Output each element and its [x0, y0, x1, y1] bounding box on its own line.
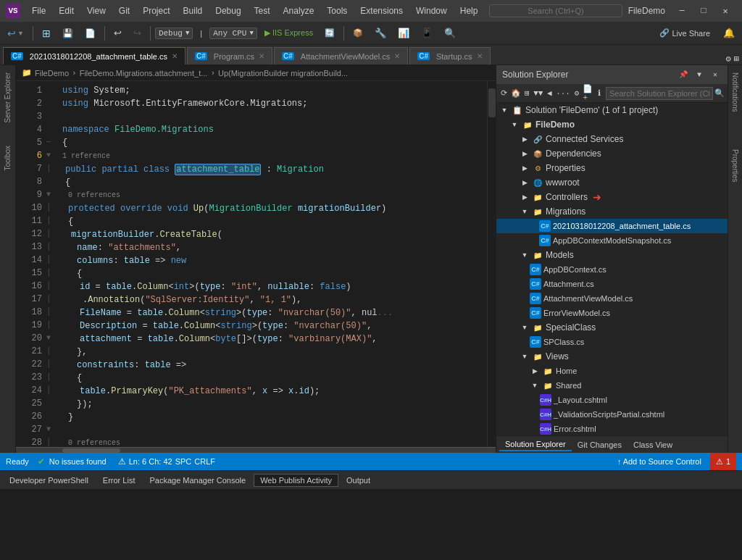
minimize-button[interactable]: ─: [671, 0, 693, 22]
tab-viewmodel-close[interactable]: ✕: [394, 52, 400, 60]
toolbar-icons7[interactable]: 📱: [417, 26, 437, 40]
menu-edit[interactable]: Edit: [53, 4, 80, 18]
menu-test[interactable]: Test: [249, 4, 276, 18]
refresh-button[interactable]: 🔄: [320, 27, 339, 39]
editor-hscrollbar[interactable]: [16, 447, 496, 453]
tree-wwwroot[interactable]: ▶ 🌐 wwwroot: [496, 175, 728, 190]
tree-connected-services[interactable]: ▶ 🔗 Connected Services: [496, 132, 728, 146]
se-props-button[interactable]: ℹ: [594, 86, 604, 101]
se-sync-button[interactable]: ⟳: [499, 86, 509, 101]
tree-migrations[interactable]: ▼ 📁 Migrations: [496, 204, 728, 219]
menu-view[interactable]: View: [81, 4, 112, 18]
se-tab-git-changes[interactable]: Git Changes: [572, 439, 628, 451]
se-pin-button[interactable]: 📌: [677, 68, 690, 81]
tree-properties[interactable]: ▶ ⚙ Properties: [496, 161, 728, 175]
se-search-input[interactable]: [606, 87, 713, 100]
debug-config-dropdown[interactable]: Debug ▼: [155, 28, 193, 39]
se-filter-button[interactable]: ⊞: [522, 86, 533, 101]
redo-button[interactable]: ↪: [129, 26, 146, 40]
tree-migration-file[interactable]: C# 20210318012208_attachment_table.cs: [496, 219, 728, 233]
tree-dependencies[interactable]: ▶ 📦 Dependencies: [496, 146, 728, 161]
menu-tools[interactable]: Tools: [321, 4, 353, 18]
bottom-tab-web-publish[interactable]: Web Publish Activity: [254, 474, 338, 487]
tree-attachmentviewmodel[interactable]: C# AttachmentViewModel.cs: [496, 291, 728, 306]
toolbar-icons5[interactable]: 🔧: [370, 26, 391, 40]
tree-attachment[interactable]: C# Attachment.cs: [496, 277, 728, 291]
se-close-button[interactable]: ✕: [709, 68, 722, 81]
tree-home[interactable]: ▶ 📁 Home: [496, 364, 728, 378]
undo-button[interactable]: ↩: [109, 26, 126, 40]
tab-close-button[interactable]: ✕: [172, 52, 178, 60]
breadcrumb-part3[interactable]: Up(MigrationBuilder migrationBuild...: [218, 69, 348, 78]
run-button[interactable]: ▶ IIS Express: [260, 27, 317, 39]
breadcrumb-part2[interactable]: FileDemo.Migrations.attachment_t...: [80, 69, 208, 78]
se-chevron-button[interactable]: ▼: [693, 68, 706, 81]
bottom-tab-error-list[interactable]: Error List: [96, 474, 142, 487]
bottom-tab-output[interactable]: Output: [340, 474, 377, 487]
bottom-tab-developer-powershell[interactable]: Developer PowerShell: [3, 474, 95, 487]
menu-extensions[interactable]: Extensions: [354, 4, 409, 18]
menu-git[interactable]: Git: [113, 4, 136, 18]
menu-build[interactable]: Build: [178, 4, 209, 18]
tab-migration-file[interactable]: C# 20210318012208_attachment_table.cs ✕: [3, 47, 186, 64]
tree-views[interactable]: ▼ 📁 Views: [496, 349, 728, 364]
tree-models[interactable]: ▼ 📁 Models: [496, 248, 728, 262]
tree-errorviewmodel[interactable]: C# ErrorViewModel.cs: [496, 306, 728, 320]
notifications-button[interactable]: 🔔: [719, 26, 739, 40]
global-search-input[interactable]: [489, 4, 622, 17]
maximize-button[interactable]: □: [693, 0, 714, 22]
menu-project[interactable]: Project: [137, 4, 175, 18]
live-share-button[interactable]: 🔗 Live Share: [655, 27, 714, 39]
tree-appdbcontext[interactable]: C# AppDBContext.cs: [496, 262, 728, 277]
breadcrumb-part1[interactable]: FileDemo: [35, 69, 69, 78]
editor-scrollbar[interactable]: [487, 81, 496, 447]
se-tab-solution-explorer[interactable]: Solution Explorer: [499, 438, 572, 451]
toolbar-icons8[interactable]: 🔍: [440, 26, 460, 40]
add-to-source-control[interactable]: ↑ Add to Source Control: [617, 457, 701, 466]
code-editor[interactable]: 12345 678910 1112131415 1617181920 21222…: [16, 81, 496, 447]
se-tab-class-view[interactable]: Class View: [628, 439, 678, 451]
toolbar-icons6[interactable]: 📊: [393, 26, 414, 40]
server-explorer-tab[interactable]: Server Explorer: [1, 68, 14, 127]
menu-file[interactable]: File: [26, 4, 51, 18]
tree-project[interactable]: ▼ 📁 FileDemo: [496, 117, 728, 132]
scrollbar-thumb[interactable]: [62, 448, 120, 453]
toolbar-icon-group[interactable]: ↩ ▼: [3, 26, 28, 41]
se-dots-button[interactable]: ···: [556, 86, 570, 101]
tree-controllers[interactable]: ▶ 📁 Controllers ➜: [496, 190, 728, 204]
se-collapse-button[interactable]: ◀: [545, 86, 555, 101]
properties-tab[interactable]: Properties: [729, 145, 741, 187]
se-home-button[interactable]: 🏠: [511, 86, 521, 101]
se-new-item-button[interactable]: 📄+: [583, 86, 593, 101]
tab-viewmodel[interactable]: C# AttachmentViewModel.cs ✕: [274, 47, 408, 64]
tab-startup[interactable]: C# Startup.cs ✕: [409, 47, 490, 64]
tab-split-button[interactable]: ⊞: [734, 54, 739, 64]
se-search-icon[interactable]: 🔍: [714, 86, 725, 101]
menu-analyze[interactable]: Analyze: [278, 4, 320, 18]
code-text[interactable]: using System; using Microsoft.EntityFram…: [57, 81, 487, 447]
platform-dropdown[interactable]: Any CPU ▼: [209, 28, 257, 39]
toolbar-icons3[interactable]: 📄: [80, 27, 100, 40]
tree-error-cshtml[interactable]: C#H Error.cshtml: [496, 422, 728, 435]
se-tree[interactable]: ▼ 📋 Solution 'FileDemo' (1 of 1 project)…: [496, 103, 728, 435]
tree-shared[interactable]: ▼ 📁 Shared: [496, 378, 728, 393]
tab-program-close[interactable]: ✕: [259, 52, 264, 60]
se-more-button[interactable]: ⚙: [572, 86, 582, 101]
notifications-tab[interactable]: Notifications: [729, 68, 741, 116]
se-expand-all-button[interactable]: ▼▼: [533, 86, 543, 101]
bottom-tab-package-manager[interactable]: Package Manager Console: [143, 474, 252, 487]
toolbar-icons2[interactable]: 💾: [58, 27, 78, 40]
toolbox-tab[interactable]: Toolbox: [1, 141, 14, 175]
tab-overflow-button[interactable]: ⚙: [726, 54, 731, 64]
toolbar-icons[interactable]: ⊞: [38, 26, 55, 41]
tree-layout[interactable]: C#H _Layout.cshtml: [496, 393, 728, 407]
tree-solution[interactable]: ▼ 📋 Solution 'FileDemo' (1 of 1 project): [496, 103, 728, 117]
menu-help[interactable]: Help: [454, 4, 484, 18]
close-button[interactable]: ✕: [714, 0, 736, 22]
tree-specialclass[interactable]: ▼ 📁 SpecialClass: [496, 320, 728, 335]
tree-validation[interactable]: C#H _ValidationScriptsPartial.cshtml: [496, 407, 728, 422]
menu-window[interactable]: Window: [410, 4, 453, 18]
tab-program[interactable]: C# Program.cs ✕: [187, 47, 272, 64]
toolbar-icons4[interactable]: 📦: [349, 27, 367, 39]
tree-spclass[interactable]: C# SPClass.cs: [496, 335, 728, 349]
